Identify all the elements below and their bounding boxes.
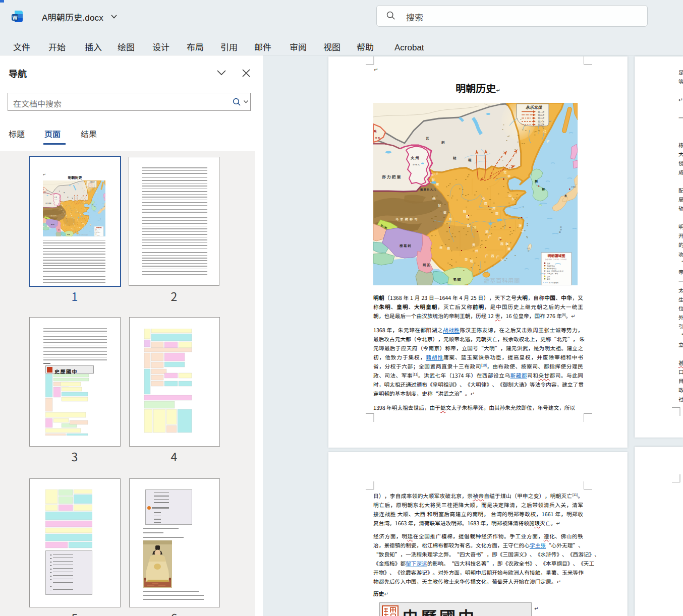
svg-text:W: W [13,15,18,21]
